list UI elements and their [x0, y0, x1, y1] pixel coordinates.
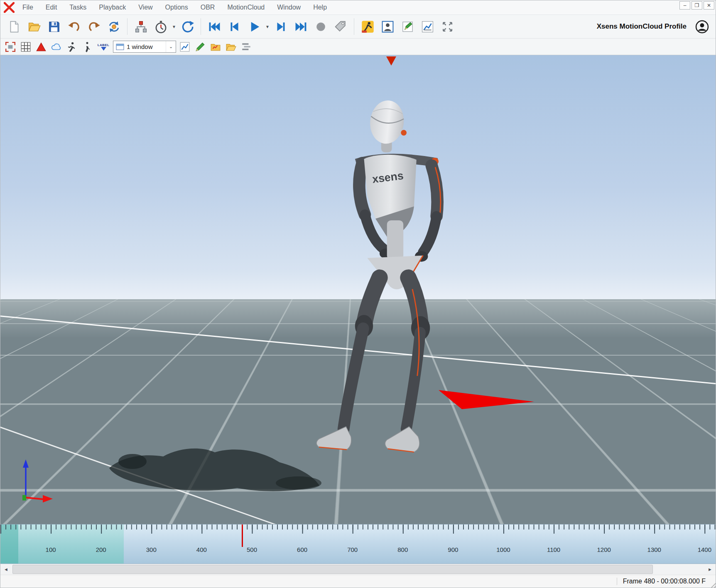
- folder-open-icon: [226, 41, 236, 52]
- minimize-button[interactable]: –: [679, 1, 690, 10]
- step-back-button[interactable]: [225, 17, 244, 36]
- timeline-tick-label: 900: [448, 546, 458, 553]
- figure-walk-button[interactable]: [81, 40, 94, 54]
- expand-icon: [441, 20, 454, 33]
- sync-settings-button[interactable]: [104, 17, 123, 36]
- fullscreen-button[interactable]: [438, 17, 457, 36]
- sync-settings-icon: [108, 20, 120, 33]
- cloud-icon: [51, 41, 62, 52]
- edit-data-button[interactable]: [398, 17, 417, 36]
- menu-motioncloud[interactable]: MotionCloud: [221, 4, 271, 11]
- scroll-right-button[interactable]: ►: [704, 564, 716, 575]
- timer-dropdown-arrow[interactable]: ▼: [171, 24, 177, 29]
- graph-panel-button[interactable]: [178, 40, 191, 54]
- step-forward-button[interactable]: [271, 17, 290, 36]
- record-icon: [314, 20, 327, 33]
- export-graph-button[interactable]: [209, 40, 222, 54]
- step-back-icon: [228, 20, 241, 33]
- viewport-3d[interactable]: xsens: [0, 55, 716, 524]
- axis-y-green: [22, 495, 26, 500]
- axis-gizmo: [20, 459, 54, 503]
- open-session-button[interactable]: [224, 40, 238, 54]
- cloud-button[interactable]: [50, 40, 63, 54]
- red-triangle-icon: [36, 41, 47, 52]
- timeline-ruler[interactable]: [0, 525, 716, 544]
- menu-options[interactable]: Options: [159, 4, 194, 11]
- resize-grip[interactable]: [709, 581, 716, 588]
- analyze-figure-button[interactable]: [358, 17, 377, 36]
- timeline-playhead[interactable]: [242, 525, 243, 547]
- figure-shadow: [104, 430, 322, 496]
- open-file-button[interactable]: [25, 17, 44, 36]
- window-controls: – ❐ ✕: [677, 0, 716, 10]
- timer-button[interactable]: [151, 17, 170, 36]
- marker-tag-button[interactable]: [331, 17, 350, 36]
- timeline-scrollbar[interactable]: ◄ ►: [0, 564, 716, 575]
- skip-to-start-button[interactable]: [205, 17, 224, 36]
- timeline[interactable]: 1002003004005006007008009001000110012001…: [0, 524, 716, 564]
- label-marker-arrow-icon: [101, 47, 106, 51]
- menu-view[interactable]: View: [132, 4, 159, 11]
- skip-start-icon: [208, 20, 221, 33]
- play-button[interactable]: [245, 17, 264, 36]
- label-marker-text: LABEL: [98, 43, 110, 47]
- redo-button[interactable]: [84, 17, 103, 36]
- app-window: File Edit Tasks Playback View Options OB…: [0, 0, 716, 588]
- annotate-button[interactable]: [194, 40, 207, 54]
- scroll-left-button[interactable]: ◄: [0, 564, 12, 575]
- character-view-button[interactable]: [378, 17, 397, 36]
- person-window-icon: [381, 20, 394, 33]
- timeline-tick-label: 300: [146, 546, 157, 553]
- save-button[interactable]: [44, 17, 64, 36]
- redo-icon: [88, 20, 101, 33]
- menu-help[interactable]: Help: [307, 4, 333, 11]
- scrollbar-thumb[interactable]: [12, 565, 653, 574]
- restore-button[interactable]: ❐: [691, 1, 702, 10]
- grid-toggle-button[interactable]: [19, 40, 32, 54]
- window-layout-value: 1 window: [127, 43, 153, 50]
- edit-pencil-icon: [401, 20, 414, 33]
- new-file-button[interactable]: [5, 17, 24, 36]
- label-marker-button[interactable]: LABEL: [96, 40, 111, 54]
- frame-info: Frame 480 - 00:00:08.000 F: [623, 578, 706, 585]
- loop-icon: [181, 20, 194, 33]
- snapshot-button[interactable]: [4, 40, 17, 54]
- window-layout-select[interactable]: 1 window ⌄: [113, 41, 176, 53]
- menu-obr[interactable]: OBR: [194, 4, 221, 11]
- pencil-icon: [195, 41, 206, 52]
- menu-playback[interactable]: Playback: [93, 4, 132, 11]
- record-button[interactable]: [311, 17, 330, 36]
- undo-button[interactable]: [64, 17, 83, 36]
- undo-icon: [68, 20, 81, 33]
- timeline-tick-label: 1400: [698, 546, 711, 553]
- statusbar: Frame 480 - 00:00:08.000 F: [0, 575, 716, 588]
- stopwatch-icon: [154, 20, 167, 33]
- timeline-tick-label: 1100: [547, 546, 560, 553]
- origin-toggle-button[interactable]: [34, 40, 48, 54]
- menu-file[interactable]: File: [16, 4, 39, 11]
- figure-run-button[interactable]: [65, 40, 78, 54]
- new-file-icon: [8, 20, 21, 33]
- network-hierarchy-button[interactable]: [131, 17, 150, 36]
- toolbar-separator: [354, 18, 354, 35]
- skip-end-icon: [294, 20, 307, 33]
- account-button[interactable]: [692, 17, 711, 36]
- loop-playback-button[interactable]: [178, 17, 197, 36]
- axis-x-red: [26, 498, 43, 499]
- profile-icon: [695, 20, 709, 34]
- layer-list-button[interactable]: [240, 40, 253, 54]
- timeline-tick-label: 400: [196, 546, 207, 553]
- close-button[interactable]: ✕: [704, 1, 714, 10]
- menu-window[interactable]: Window: [271, 4, 307, 11]
- play-options-arrow[interactable]: ▼: [265, 24, 270, 29]
- step-forward-icon: [275, 20, 287, 33]
- chart-icon: [421, 20, 434, 33]
- show-graph-button[interactable]: [418, 17, 437, 36]
- timeline-tick-label: 100: [46, 546, 56, 553]
- save-icon: [48, 20, 61, 33]
- menu-edit[interactable]: Edit: [39, 4, 64, 11]
- timeline-tick-label: 200: [96, 546, 106, 553]
- menu-tasks[interactable]: Tasks: [63, 4, 93, 11]
- play-icon: [248, 20, 261, 33]
- skip-to-end-button[interactable]: [291, 17, 310, 36]
